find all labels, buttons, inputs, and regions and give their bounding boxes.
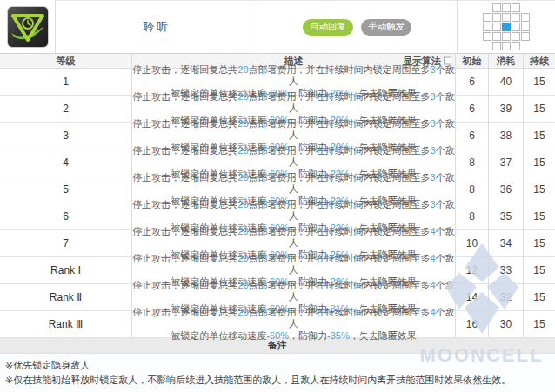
level-cell: Rank Ⅱ [0,284,131,310]
level-cell: 7 [0,230,131,256]
header-description: 描述 显示算法 [131,54,455,68]
range-cell [502,3,511,12]
duration-cell: 15 [523,176,555,203]
note-item: ※优先锁定隐身敌人 [5,358,550,373]
range-cell-origin [502,23,511,31]
skill-icon-art [8,7,48,47]
initial-cell: 8 [455,176,488,203]
level-cell: 6 [0,203,131,229]
range-cell [502,42,511,50]
header-cost: 消耗 [488,54,523,68]
duration-cell: 15 [523,257,555,283]
cost-cell: 32 [488,284,523,310]
duration-cell: 15 [523,230,555,256]
cost-cell: 40 [488,69,523,95]
description-cell: 停止攻击，逐渐回复总共20点部署费用，并在持续时间内锁定周围至多4个敌人 被锁定… [131,311,455,337]
notes-body: ※优先锁定隐身敌人※仅在技能初始释放时锁定敌人，不影响后续进入技能范围的敌人，且… [0,354,555,392]
duration-cell: 15 [523,69,555,95]
description-line-1: 停止攻击，逐渐回复总共20点部署费用，并在持续时间内锁定周围至多3个敌人 [132,172,455,196]
description-line-2: 被锁定的单位移动速度-60%，防御力-35%，失去隐匿效果 [171,330,416,342]
description-line-1: 停止攻击，逐渐回复总共20点部署费用，并在持续时间内锁定周围至多4个敌人 [132,253,455,276]
range-grid [483,3,530,50]
description-line-1: 停止攻击，逐渐回复总共20点部署费用，并在持续时间内锁定周围至多3个敌人 [132,199,455,223]
range-cell [521,32,530,41]
range-cell [492,3,501,12]
cost-cell: 33 [488,257,523,283]
header-duration: 持续 [523,54,555,68]
description-line-1: 停止攻击，逐渐回复总共20点部署费用，并在持续时间内锁定周围至多4个敌人 [132,226,455,249]
level-cell: 1 [0,69,131,95]
cost-cell: 39 [488,96,523,122]
duration-cell: 15 [523,123,555,149]
range-cell [483,23,491,31]
level-cell: 5 [0,176,131,203]
range-cell [492,13,501,22]
cost-cell: 36 [488,176,523,203]
duration-cell: 15 [523,311,555,337]
duration-cell: 15 [523,203,555,229]
range-cell [521,13,530,22]
note-item: ※仅在技能初始释放时锁定敌人，不影响后续进入技能范围的敌人，且敌人在持续时间内离… [5,373,550,388]
table-header: 等级 描述 显示算法 初始 消耗 持续 [0,53,555,69]
range-cell [512,23,520,31]
range-cell [512,32,520,41]
range-cell [512,13,520,22]
initial-cell: 10 [455,230,488,256]
cost-cell: 35 [488,203,523,229]
cost-cell: 30 [488,311,523,337]
level-cell: 4 [0,149,131,176]
duration-cell: 15 [523,96,555,122]
skill-icon-cell [0,0,55,53]
header-level: 等级 [0,54,131,68]
tag-auto-recovery: 自动回复 [303,19,353,36]
skill-info-panel: 聆听 自动回复手动触发 等级 描述 显示算法 初始 消耗 持续 1 停止攻击，逐… [0,0,555,392]
display-algorithm-label: 显示算法 [403,55,441,68]
initial-cell: 12 [455,257,488,283]
skill-tags: 自动回复手动触发 [257,0,457,53]
skill-range-cell [457,0,555,53]
range-cell [512,3,520,12]
display-algorithm-control: 显示算法 [403,55,451,68]
range-cell [502,13,511,22]
tag-manual-trigger: 手动触发 [361,19,411,36]
range-cell [502,32,511,41]
description-line-1: 停止攻击，逐渐回复总共20点部署费用，并在持续时间内锁定周围至多4个敌人 [132,307,455,330]
initial-cell: 6 [455,123,488,149]
level-cell: 3 [0,123,131,149]
cost-cell: 34 [488,230,523,256]
initial-cell: 8 [455,203,488,229]
initial-cell: 14 [455,284,488,310]
description-line-1: 停止攻击，逐渐回复总共20点部署费用，并在持续时间内锁定周围至多3个敌人 [132,145,455,169]
initial-cell: 6 [455,69,488,95]
duration-cell: 15 [523,284,555,310]
description-line-1: 停止攻击，逐渐回复总共20点部署费用，并在持续时间内锁定周围至多4个敌人 [132,280,455,303]
table-body: 1 停止攻击，逐渐回复总共20点部署费用，并在持续时间内锁定周围至多3个敌人 被… [0,69,555,338]
range-cell [492,23,501,31]
level-cell: Rank Ⅲ [0,311,131,337]
table-row: Rank Ⅲ 停止攻击，逐渐回复总共20点部署费用，并在持续时间内锁定周围至多4… [0,311,555,338]
skill-header: 聆听 自动回复手动触发 [0,0,555,53]
display-algorithm-checkbox[interactable] [444,57,451,65]
range-cell [483,32,491,41]
header-description-label: 描述 [176,55,411,68]
level-cell: Rank Ⅰ [0,257,131,283]
notes-title: 备注 [0,338,555,354]
initial-cell: 8 [455,149,488,176]
duration-cell: 15 [523,149,555,176]
level-cell: 2 [0,96,131,122]
cost-cell: 38 [488,123,523,149]
skill-icon [8,7,48,47]
range-cell [512,42,520,50]
range-cell [483,13,491,22]
initial-cell: 16 [455,311,488,337]
description-line-1: 停止攻击，逐渐回复总共20点部署费用，并在持续时间内锁定周围至多3个敌人 [132,91,455,115]
header-initial: 初始 [455,54,488,68]
initial-cell: 6 [455,96,488,122]
cost-cell: 37 [488,149,523,176]
range-cell [492,32,501,41]
range-cell [492,42,501,50]
description-line-1: 停止攻击，逐渐回复总共20点部署费用，并在持续时间内锁定周围至多3个敌人 [132,118,455,142]
skill-name: 聆听 [55,0,257,53]
range-cell [521,23,530,31]
